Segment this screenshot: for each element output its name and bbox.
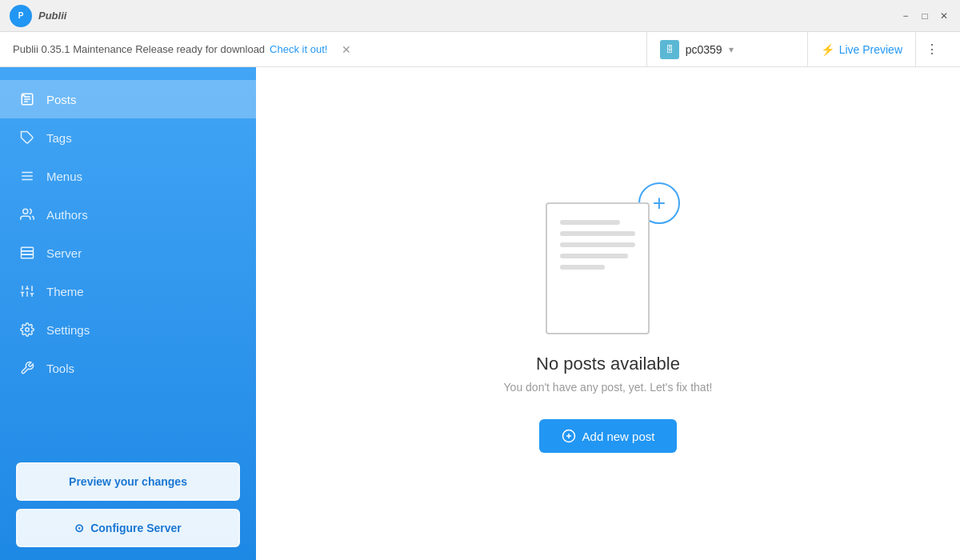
doc-line-4 bbox=[560, 254, 628, 258]
site-icon: 🗄 bbox=[660, 40, 679, 59]
sidebar-item-server-label: Server bbox=[46, 246, 82, 260]
sidebar-item-menus[interactable]: Menus bbox=[0, 157, 256, 195]
sidebar-item-menus-label: Menus bbox=[46, 170, 82, 183]
doc-line-3 bbox=[560, 242, 635, 247]
sidebar-item-settings-label: Settings bbox=[46, 323, 90, 337]
sidebar-item-authors[interactable]: Authors bbox=[0, 195, 256, 234]
sidebar-item-theme-label: Theme bbox=[46, 285, 84, 298]
authors-icon bbox=[19, 206, 35, 222]
more-icon: ⋮ bbox=[926, 42, 938, 57]
settings-icon bbox=[19, 322, 35, 338]
window-controls: − □ ✕ bbox=[899, 10, 950, 22]
more-options-button[interactable]: ⋮ bbox=[915, 32, 947, 67]
menus-icon bbox=[19, 168, 35, 184]
document-illustration bbox=[546, 202, 650, 334]
app-logo: P bbox=[10, 5, 32, 27]
configure-icon: ⊙ bbox=[74, 522, 84, 534]
main-container: Posts Tags Menus Author bbox=[0, 67, 960, 560]
minimize-button[interactable]: − bbox=[899, 10, 912, 22]
sidebar-item-tools-label: Tools bbox=[46, 362, 74, 375]
tags-icon bbox=[19, 130, 35, 146]
sidebar-item-posts-label: Posts bbox=[46, 93, 77, 106]
sidebar-item-authors-label: Authors bbox=[46, 208, 88, 222]
notification-message: Publii 0.35.1 Maintenance Release ready … bbox=[13, 42, 646, 58]
sidebar-item-server[interactable]: Server bbox=[0, 234, 256, 272]
svg-point-8 bbox=[23, 209, 28, 214]
site-selector[interactable]: 🗄 pc0359 ▾ bbox=[647, 40, 807, 59]
empty-state-title: No posts available bbox=[536, 354, 680, 374]
content-area: + No posts available You don't have any … bbox=[256, 67, 960, 560]
live-preview-button[interactable]: ⚡ Live Preview bbox=[807, 32, 915, 67]
svg-point-21 bbox=[26, 328, 30, 332]
add-new-post-label: Add new post bbox=[582, 430, 655, 443]
empty-state-subtitle: You don't have any post, yet. Let's fix … bbox=[504, 381, 713, 394]
preview-changes-label: Preview your changes bbox=[69, 475, 187, 488]
sidebar-item-theme[interactable]: Theme bbox=[0, 272, 256, 310]
notification-bar: Publii 0.35.1 Maintenance Release ready … bbox=[0, 32, 960, 67]
notification-close-button[interactable]: ✕ bbox=[338, 42, 354, 58]
sidebar-nav: Posts Tags Menus Author bbox=[0, 80, 256, 450]
sidebar-item-settings[interactable]: Settings bbox=[0, 310, 256, 349]
notification-text: Publii 0.35.1 Maintenance Release ready … bbox=[13, 43, 265, 55]
server-icon bbox=[19, 245, 35, 261]
svg-rect-11 bbox=[22, 254, 34, 258]
sidebar: Posts Tags Menus Author bbox=[0, 67, 256, 560]
sidebar-item-posts[interactable]: Posts bbox=[0, 80, 256, 118]
notification-link[interactable]: Check it out! bbox=[270, 43, 327, 55]
sidebar-bottom: Preview your changes ⊙ Configure Server bbox=[0, 450, 256, 560]
plus-circle-icon bbox=[562, 429, 576, 443]
sidebar-item-tags-label: Tags bbox=[46, 131, 72, 145]
close-button[interactable]: ✕ bbox=[938, 10, 950, 22]
maximize-button[interactable]: □ bbox=[918, 10, 931, 22]
chevron-down-icon: ▾ bbox=[729, 44, 734, 55]
title-bar-left: P Publii bbox=[10, 5, 66, 27]
title-bar: P Publii − □ ✕ bbox=[0, 0, 960, 32]
lightning-icon: ⚡ bbox=[821, 43, 834, 56]
doc-line-5 bbox=[560, 265, 605, 270]
site-name: pc0359 bbox=[686, 43, 722, 56]
sidebar-item-tools[interactable]: Tools bbox=[0, 349, 256, 387]
doc-line-1 bbox=[560, 220, 620, 225]
app-name: Publii bbox=[38, 10, 66, 22]
live-preview-label: Live Preview bbox=[839, 43, 902, 56]
posts-icon bbox=[19, 91, 35, 107]
add-new-post-button[interactable]: Add new post bbox=[539, 419, 678, 453]
theme-icon bbox=[19, 283, 35, 299]
empty-state-illustration: + bbox=[528, 174, 688, 334]
preview-changes-button[interactable]: Preview your changes bbox=[16, 462, 240, 501]
sidebar-item-tags[interactable]: Tags bbox=[0, 118, 256, 157]
configure-server-label: Configure Server bbox=[90, 522, 182, 534]
doc-line-2 bbox=[560, 231, 635, 236]
configure-server-button[interactable]: ⊙ Configure Server bbox=[16, 509, 240, 547]
tools-icon bbox=[19, 360, 35, 376]
